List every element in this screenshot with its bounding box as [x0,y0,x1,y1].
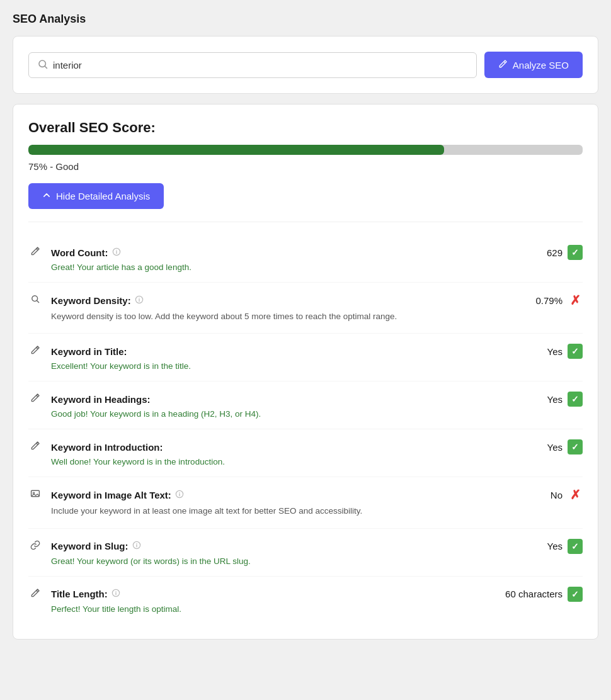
page-title: SEO Analysis [13,13,598,26]
analysis-item-keyword-in-title: Keyword in Title: Yes ✓ Excellent! Your … [28,334,583,381]
search-input-wrapper [28,52,477,78]
item-title-keyword-density: Keyword Density: [51,295,131,306]
item-value-keyword-in-headings: Yes [547,394,562,405]
info-icon[interactable] [132,541,141,551]
item-title-title-length: Title Length: [51,589,108,599]
item-value-row-keyword-in-slug: Yes ✓ [547,539,583,554]
item-title-row-keyword-density: Keyword Density: [51,295,144,306]
svg-point-26 [115,591,116,592]
search-row: Analyze SEO [28,52,583,78]
overall-score-label: Overall SEO Score: [28,120,583,136]
divider [28,222,583,222]
item-content-keyword-in-alt: Keyword in Image Alt Text: No ✗ Include … [51,487,583,517]
item-value-keyword-in-title: Yes [547,346,562,357]
pass-badge: ✓ [568,392,583,407]
item-title-row-keyword-in-slug: Keyword in Slug: [51,541,141,551]
item-value-row-word-count: 629 ✓ [547,245,583,260]
analysis-item-keyword-in-alt: Keyword in Image Alt Text: No ✗ Include … [28,477,583,528]
item-title-keyword-in-slug: Keyword in Slug: [51,541,128,551]
pencil-icon [28,393,42,403]
item-content-title-length: Title Length: 60 characters ✓ Perfect! Y… [51,587,583,614]
item-value-keyword-density: 0.79% [535,295,562,306]
image-icon [28,488,42,499]
item-header-keyword-density: Keyword Density: 0.79% ✗ [51,293,583,308]
item-message-keyword-in-alt: Include your keyword in at least one ima… [51,505,583,517]
item-message-word-count: Great! Your article has a good length. [51,262,583,272]
item-header-keyword-in-title: Keyword in Title: Yes ✓ [51,344,583,359]
info-icon[interactable] [111,589,120,599]
item-title-row-keyword-in-title: Keyword in Title: [51,346,127,357]
progress-bar-fill [28,145,444,155]
item-value-keyword-in-slug: Yes [547,541,562,551]
info-icon[interactable] [112,247,121,258]
svg-line-13 [37,395,38,397]
analysis-item-keyword-in-intro: Keyword in Introduction: Yes ✓ Well done… [28,429,583,477]
item-header-keyword-in-headings: Keyword in Headings: Yes ✓ [51,392,583,407]
chevron-up-icon [42,191,51,201]
pencil-icon [28,441,42,451]
pass-badge: ✓ [568,587,583,602]
item-title-row-title-length: Title Length: [51,589,120,599]
analysis-item-title-length: Title Length: 60 characters ✓ Perfect! Y… [28,577,583,624]
item-content-keyword-in-slug: Keyword in Slug: Yes ✓ Great! Your keywo… [51,539,583,566]
item-message-keyword-density: Keyword density is too low. Add the keyw… [51,310,583,323]
item-header-keyword-in-alt: Keyword in Image Alt Text: No ✗ [51,487,583,502]
item-message-keyword-in-title: Excellent! Your keyword is in the title. [51,361,583,371]
fail-badge: ✗ [568,487,583,502]
svg-point-22 [136,543,137,544]
pass-badge: ✓ [568,439,583,454]
analyze-seo-button[interactable]: Analyze SEO [484,52,583,78]
hide-analysis-button[interactable]: Hide Detailed Analysis [28,183,164,209]
item-content-keyword-in-title: Keyword in Title: Yes ✓ Excellent! Your … [51,344,583,371]
item-title-keyword-in-title: Keyword in Title: [51,346,127,357]
pencil-icon [28,345,42,355]
keyword-input[interactable] [53,60,467,71]
pass-badge: ✓ [568,344,583,359]
item-header-keyword-in-slug: Keyword in Slug: Yes ✓ [51,539,583,554]
progress-bar-background [28,145,583,155]
svg-line-3 [37,249,38,250]
score-value-text: 75% - Good [28,161,583,172]
info-icon[interactable] [135,295,144,306]
item-content-word-count: Word Count: 629 ✓ Great! Your article ha… [51,245,583,272]
item-value-row-title-length: 60 characters ✓ [505,587,583,602]
analysis-item-keyword-density: Keyword Density: 0.79% ✗ Keyword density… [28,283,583,334]
info-icon[interactable] [175,490,184,500]
analysis-item-keyword-in-slug: Keyword in Slug: Yes ✓ Great! Your keywo… [28,529,583,577]
item-title-row-keyword-in-alt: Keyword in Image Alt Text: [51,490,184,500]
item-message-title-length: Perfect! Your title length is optimal. [51,604,583,614]
item-value-row-keyword-density: 0.79% ✗ [535,293,583,308]
svg-line-23 [37,590,38,592]
analysis-list: Word Count: 629 ✓ Great! Your article ha… [28,235,583,624]
svg-point-11 [139,297,139,298]
svg-line-8 [37,300,38,302]
pencil-icon [498,59,508,71]
item-message-keyword-in-headings: Good job! Your keyword is in a heading (… [51,409,583,419]
svg-point-19 [179,492,180,493]
pass-badge: ✓ [568,539,583,554]
item-value-title-length: 60 characters [505,589,562,599]
search-card: Analyze SEO [13,36,598,94]
svg-line-12 [37,347,38,349]
item-title-keyword-in-headings: Keyword in Headings: [51,394,151,405]
pencil-icon [28,246,42,256]
fail-badge: ✗ [568,293,583,308]
item-value-row-keyword-in-intro: Yes ✓ [547,439,583,454]
link-icon [28,540,42,550]
search-icon [38,59,48,71]
item-value-row-keyword-in-alt: No ✗ [551,487,583,502]
pencil-icon [28,588,42,598]
item-value-keyword-in-alt: No [551,490,562,500]
item-value-row-keyword-in-title: Yes ✓ [547,344,583,359]
score-card: Overall SEO Score: 75% - Good Hide Detai… [13,104,598,640]
item-title-row-keyword-in-intro: Keyword in Introduction: [51,442,163,453]
item-content-keyword-in-intro: Keyword in Introduction: Yes ✓ Well done… [51,439,583,466]
item-message-keyword-in-intro: Well done! Your keyword is in the introd… [51,457,583,466]
item-content-keyword-density: Keyword Density: 0.79% ✗ Keyword density… [51,293,583,323]
item-title-row-keyword-in-headings: Keyword in Headings: [51,394,151,405]
item-value-row-keyword-in-headings: Yes ✓ [547,392,583,407]
item-title-keyword-in-intro: Keyword in Introduction: [51,442,163,453]
item-value-word-count: 629 [547,247,562,258]
item-header-title-length: Title Length: 60 characters ✓ [51,587,583,602]
svg-line-14 [37,443,38,444]
